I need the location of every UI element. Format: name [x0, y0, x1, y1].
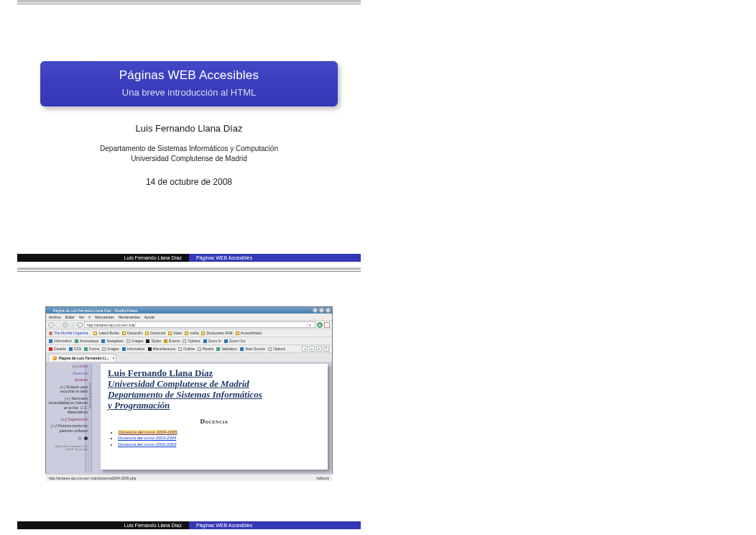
toolbar-label: Images — [107, 347, 119, 351]
footer-title: Páginas WEB Accesibles — [189, 521, 361, 529]
home-icon[interactable]: ⌂ — [77, 322, 83, 328]
toolbar-item[interactable]: Options — [268, 347, 285, 351]
toolbar-item[interactable]: Disable — [49, 347, 66, 351]
menu-item[interactable]: Editar — [65, 315, 75, 319]
menu-item[interactable]: Ver — [79, 315, 85, 319]
sidebar-link[interactable]: Docencia — [73, 371, 88, 375]
bookmark-item[interactable]: Latest Builds — [93, 331, 119, 335]
toolbar-label: Events — [169, 339, 180, 343]
tab-label: Página de Luis Fernando Ll... — [59, 356, 109, 360]
course-link[interactable]: Docencia del curso 2004-2005 — [118, 430, 178, 434]
browser-tab[interactable]: Página de Luis Fernando Ll... × — [48, 354, 116, 362]
browser-screenshot: Página de Luis Fernando Llana Díaz - Moz… — [45, 306, 333, 474]
maximize-icon[interactable] — [319, 308, 324, 313]
toolbar-item[interactable]: Zoom In — [203, 339, 221, 343]
menu-item[interactable]: Herramientas — [119, 315, 140, 319]
toolbar-item[interactable]: Images — [102, 347, 119, 351]
bookmark-item[interactable]: mafia — [185, 331, 198, 335]
toolbar-item[interactable]: Zoom Out — [224, 339, 245, 343]
list-item: Docencia del curso 2003-2004 — [118, 435, 321, 442]
misc-icon — [148, 347, 152, 351]
options-icon — [268, 347, 272, 351]
close-icon[interactable] — [326, 308, 331, 313]
url-dropdown-icon[interactable]: ▾ — [307, 323, 313, 327]
resize-icon — [198, 347, 201, 351]
validation-icon — [216, 347, 220, 351]
bookmark-item[interactable]: Diccionario RAE — [201, 331, 232, 335]
toolbar-item[interactable]: Navigation — [101, 339, 124, 343]
toolbar-item[interactable]: Images — [126, 339, 143, 343]
toolbar-item[interactable]: Accesskeys — [75, 339, 98, 343]
menu-item[interactable]: Ayuda — [144, 315, 155, 319]
toolbar-item[interactable]: Miscellaneous — [148, 347, 176, 351]
toolbar-item[interactable]: Information — [122, 347, 145, 351]
bookmark-icon — [49, 331, 52, 335]
presentation-date: 14 de octubre de 2008 — [17, 177, 361, 187]
toolbar-label: Information — [54, 339, 72, 343]
bookmark-label: Latest Builds — [98, 331, 119, 335]
toolbar-item[interactable]: Styles — [146, 339, 161, 343]
presentation-title: Páginas WEB Accesibles — [47, 68, 331, 83]
bookmark-item[interactable]: Desarollo — [122, 331, 142, 335]
bookmark-label: The Mozilla Organiza... — [54, 331, 91, 335]
course-link[interactable]: Docencia del curso 2003-2004 — [118, 436, 176, 440]
minimize-icon[interactable] — [313, 308, 318, 313]
bookmark-item[interactable]: The Mozilla Organiza... — [49, 331, 91, 335]
sidebar-link[interactable]: Inicio — [79, 364, 88, 368]
sidebar-link[interactable]: Protesta contra las patentes software — [57, 424, 88, 433]
next-icon[interactable]: ▸ — [309, 346, 315, 352]
folder-icon — [201, 331, 205, 335]
slide-1: Páginas WEB Accesibles Una breve introdu… — [17, 0, 361, 268]
toolbar-item[interactable]: Validation — [216, 347, 237, 351]
adblock-label[interactable]: Adblock — [316, 476, 329, 480]
tab-close-icon[interactable]: × — [113, 356, 115, 360]
toolbar-item[interactable]: CSS — [69, 347, 81, 351]
check-icon[interactable]: ✔ — [316, 346, 322, 352]
sidebar-link[interactable]: Enlaces — [75, 378, 88, 382]
sidebar-footer[interactable]: Automatic translation into english by go… — [47, 445, 88, 452]
bookmark-item[interactable]: Accesibilidad — [236, 331, 262, 335]
docencia-list: Docencia del curso 2004-2005 Docencia de… — [118, 429, 321, 448]
bookmark-label: Vales — [173, 331, 182, 335]
bookmark-label: Desarollo — [127, 331, 142, 335]
toolbar-label: Validation — [221, 347, 237, 351]
toolbar-item[interactable]: Outline — [178, 347, 195, 351]
toolbar-item[interactable]: Resize — [198, 347, 213, 351]
accessibility-toolbar: Information Accesskeys Navigation Images… — [46, 337, 332, 345]
stop-icon[interactable]: ✕ — [70, 322, 75, 328]
toolbar-item[interactable]: Forms — [84, 347, 99, 351]
toolbar-item[interactable]: Events — [164, 339, 180, 343]
slide-footer: Luis Fernando Llana Díaz Páginas WEB Acc… — [17, 521, 361, 529]
bookmark-item[interactable]: Vales — [168, 331, 182, 335]
sidebar-title: Navegación — [88, 383, 95, 408]
bookmark-item[interactable]: Docencia — [145, 331, 165, 335]
reload-icon[interactable]: ↻ — [63, 322, 68, 328]
toolbar-item[interactable]: View Source — [240, 347, 265, 351]
forward-icon[interactable]: → — [55, 322, 61, 328]
folder-icon — [236, 331, 239, 335]
nav-icon — [101, 339, 105, 343]
menu-item[interactable]: Marcadores — [95, 315, 114, 319]
slide-top-rule — [17, 268, 361, 272]
back-icon[interactable]: ← — [48, 322, 54, 328]
sidebar-link[interactable]: Sugerencias — [68, 417, 88, 421]
toolbar-item[interactable]: Options — [183, 339, 200, 343]
prev-icon[interactable]: ◂ — [302, 346, 308, 352]
toolbar-label: Outline — [183, 347, 195, 351]
go-button[interactable]: ▸ — [317, 322, 323, 328]
section-title: Docencia — [108, 418, 321, 425]
heading-line[interactable]: Universidad Complutense de Madrid — [108, 378, 249, 389]
bookmark-label: Accesibilidad — [241, 331, 262, 335]
toolbar-item[interactable]: Information — [49, 339, 72, 343]
course-link[interactable]: Docencia del curso 2002-2003 — [118, 442, 176, 447]
help-icon[interactable]: ? — [323, 346, 329, 352]
heading-line[interactable]: y Programación — [108, 400, 170, 411]
heading-name: Luis Fernando Llana Díaz — [108, 367, 213, 378]
heading-line[interactable]: Departamento de Sistemas Informáticos — [108, 389, 262, 400]
menu-item[interactable]: Ir — [88, 315, 91, 319]
url-bar[interactable]: http://antares.sip.ucm.es/~luis/ ▾ — [84, 321, 315, 328]
slide-footer: Luis Fernando Llana Díaz Páginas WEB Acc… — [17, 254, 361, 262]
info-icon — [49, 339, 52, 343]
menu-item[interactable]: Archivo — [49, 315, 61, 319]
toolbar-label: Navigation — [106, 339, 124, 343]
